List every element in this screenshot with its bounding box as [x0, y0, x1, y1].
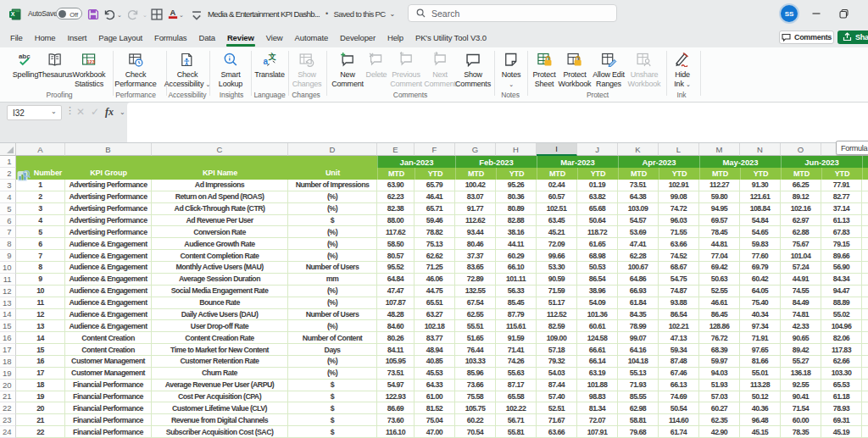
cell-value-r12-cG[interactable]: 132.55 — [455, 286, 496, 297]
cell-value-r4-partial[interactable] — [862, 191, 868, 203]
cell-value-r24-cE[interactable]: 116.10 — [377, 426, 415, 438]
cell-value-r10-partial[interactable] — [862, 262, 868, 274]
cell-value-r14-cH[interactable]: 87.79 — [496, 309, 537, 321]
cell-value-r6-cE[interactable]: 88.00 — [377, 215, 415, 227]
cell-value-r20-cN[interactable]: 113.28 — [740, 380, 781, 391]
header-cell-unit[interactable]: Unit — [288, 156, 377, 180]
cell-value-r3-cN[interactable]: 91.30 — [740, 180, 781, 191]
cell-value-r7-cP[interactable]: 67.83 — [821, 226, 862, 238]
cell-value-r22-cE[interactable]: 86.69 — [377, 402, 415, 414]
row-header-21[interactable]: 21 — [0, 391, 16, 403]
cell-value-r22-cO[interactable]: 71.54 — [781, 402, 821, 414]
column-header-I[interactable]: I — [537, 143, 577, 156]
cell-kpi-name-r22[interactable]: Customer Lifetime Value (CLV) — [152, 402, 288, 414]
subheader-ytd-may-2023[interactable]: YTD — [740, 168, 781, 180]
cell-value-r20-cE[interactable]: 54.97 — [377, 380, 415, 391]
search-input[interactable]: Search — [408, 4, 617, 22]
subheader-mtd-jun-2023[interactable]: MTD — [781, 168, 821, 180]
cell-value-r17-cJ[interactable]: 66.61 — [577, 344, 618, 356]
cell-unit-r13[interactable]: (%) — [288, 297, 377, 309]
cell-value-r22-cL[interactable]: 50.54 — [659, 402, 699, 414]
cell-value-r7-cH[interactable]: 38.16 — [496, 226, 537, 238]
cell-value-r21-cH[interactable]: 65.58 — [496, 391, 537, 403]
cell-kpi-name-r10[interactable]: Monthly Active Users (MAU) — [152, 262, 288, 274]
cell-value-r5-cE[interactable]: 82.38 — [377, 203, 415, 215]
cell-value-r14-cE[interactable]: 48.28 — [377, 309, 415, 321]
cell-value-r18-cO[interactable]: 55.27 — [781, 356, 821, 368]
cell-value-r11-cI[interactable]: 90.59 — [537, 274, 577, 286]
cell-value-r10-cF[interactable]: 71.25 — [415, 262, 455, 274]
column-header-D[interactable]: D — [288, 143, 377, 156]
row-header-18[interactable]: 18 — [0, 356, 16, 368]
cell-value-r19-cM[interactable]: 94.03 — [699, 368, 740, 380]
cell-value-r14-cO[interactable]: 74.81 — [781, 309, 821, 321]
cell-value-r10-cH[interactable]: 66.10 — [496, 262, 537, 274]
cell-value-r16-cF[interactable]: 83.77 — [415, 332, 455, 344]
cell-value-r10-cO[interactable]: 57.24 — [781, 262, 821, 274]
cell-value-r3-cK[interactable]: 73.51 — [618, 180, 659, 191]
row-header-20[interactable]: 20 — [0, 380, 16, 391]
cell-value-r4-cO[interactable]: 89.12 — [781, 191, 821, 203]
row-header-17[interactable]: 17 — [0, 344, 16, 356]
cell-value-r15-cO[interactable]: 42.33 — [781, 320, 821, 332]
row-header-15[interactable]: 15 — [0, 320, 16, 332]
cell-value-r11-cF[interactable]: 46.06 — [415, 274, 455, 286]
tab-file[interactable]: File — [4, 27, 29, 47]
cell-kpi-group-r24[interactable]: Financial Performance — [65, 426, 152, 438]
cell-value-r19-cK[interactable]: 55.13 — [618, 368, 659, 380]
cell-value-r24-cH[interactable]: 55.81 — [496, 426, 537, 438]
cell-value-r5-partial[interactable] — [862, 203, 868, 215]
cell-value-r9-cK[interactable]: 62.28 — [618, 250, 659, 262]
allow-edit-ranges-button[interactable]: Allow EditRanges — [593, 50, 625, 88]
cell-kpi-group-r9[interactable]: Audience & Engagement — [65, 250, 152, 262]
cell-value-r20-cM[interactable]: 51.93 — [699, 380, 740, 391]
cell-value-r8-cE[interactable]: 58.50 — [377, 238, 415, 250]
column-header-H[interactable]: H — [496, 143, 537, 156]
cell-value-r9-cN[interactable]: 77.60 — [740, 250, 781, 262]
cell-kpi-group-r11[interactable]: Audience & Engagement — [65, 274, 152, 286]
spelling-button[interactable]: abcSpelling — [13, 50, 38, 80]
cell-value-r5-cF[interactable]: 65.71 — [415, 203, 455, 215]
row-header-4[interactable]: 4 — [0, 191, 16, 203]
cell-value-r8-cF[interactable]: 75.13 — [415, 238, 455, 250]
cell-kpi-name-r21[interactable]: Cost Per Acquisition (CPA) — [152, 391, 288, 403]
row-header-11[interactable]: 11 — [0, 274, 16, 286]
row-header-1[interactable]: 1 — [0, 156, 16, 168]
cell-value-r21-cN[interactable]: 50.12 — [740, 391, 781, 403]
cell-value-r3-cO[interactable]: 66.25 — [781, 180, 821, 191]
cell-value-r3-cG[interactable]: 100.42 — [455, 180, 496, 191]
cell-value-r23-cN[interactable]: 96.48 — [740, 414, 781, 426]
cell-value-r17-cM[interactable]: 68.39 — [699, 344, 740, 356]
cell-unit-r10[interactable]: Number of Users — [288, 262, 377, 274]
cell-value-r21-partial[interactable] — [862, 391, 868, 403]
cell-value-r12-cI[interactable]: 71.59 — [537, 286, 577, 297]
cell-value-r24-cM[interactable]: 42.90 — [699, 426, 740, 438]
cell-value-r15-partial[interactable] — [862, 320, 868, 332]
month-header-next-partial[interactable] — [862, 156, 868, 168]
cell-value-r5-cP[interactable]: 37.14 — [821, 203, 862, 215]
minimize-button[interactable] — [810, 7, 823, 20]
cell-value-r12-cH[interactable]: 56.33 — [496, 286, 537, 297]
cell-value-r3-cF[interactable]: 65.79 — [415, 180, 455, 191]
cell-value-r24-cO[interactable]: 78.35 — [781, 426, 821, 438]
cell-value-r11-cG[interactable]: 72.89 — [455, 274, 496, 286]
cell-value-r21-cK[interactable]: 85.55 — [618, 391, 659, 403]
cell-value-r12-cP[interactable]: 94.47 — [821, 286, 862, 297]
cell-kpi-name-r6[interactable]: Ad Revenue Per User — [152, 215, 288, 227]
cell-value-r18-cH[interactable]: 74.26 — [496, 356, 537, 368]
cell-value-r19-cP[interactable]: 103.30 — [821, 368, 862, 380]
cell-value-r9-cG[interactable]: 37.37 — [455, 250, 496, 262]
protect-sheet-button[interactable]: ProtectSheet — [532, 50, 555, 88]
subheader-mtd-may-2023[interactable]: MTD — [699, 168, 740, 180]
cell-value-r14-cM[interactable]: 86.45 — [699, 309, 740, 321]
cell-value-r23-cL[interactable]: 114.60 — [659, 414, 699, 426]
cell-value-r5-cN[interactable]: 108.84 — [740, 203, 781, 215]
account-avatar[interactable]: SS — [781, 5, 798, 22]
undo-icon[interactable] — [103, 8, 114, 20]
cell-value-r18-cM[interactable]: 59.97 — [699, 356, 740, 368]
cell-value-r20-cP[interactable]: 65.53 — [821, 380, 862, 391]
cell-value-r4-cI[interactable]: 60.57 — [537, 191, 577, 203]
cell-value-r6-cH[interactable]: 82.88 — [496, 215, 537, 227]
show-comments-button[interactable]: ShowComments — [455, 50, 491, 88]
share-button[interactable]: Share — [837, 30, 868, 45]
